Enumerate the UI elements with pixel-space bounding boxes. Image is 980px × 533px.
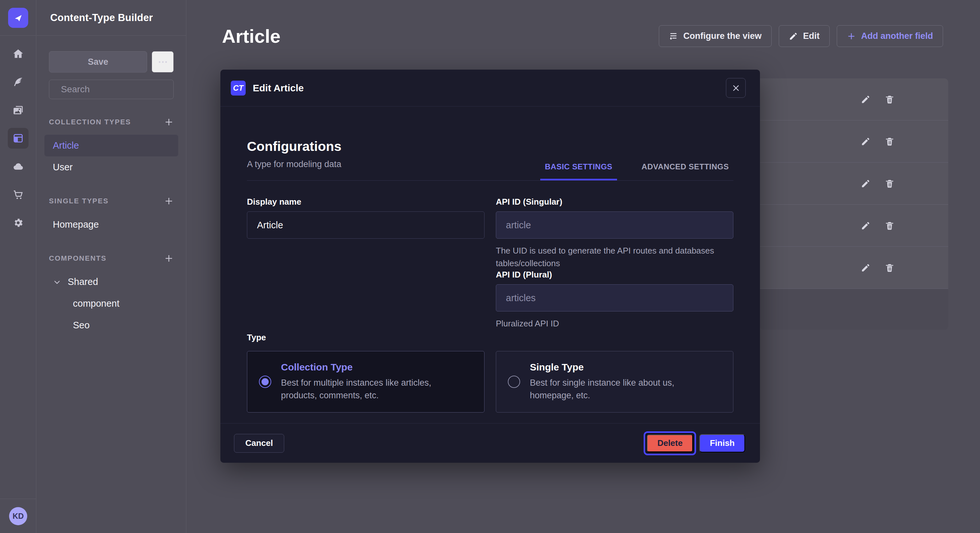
modal-header: CT Edit Article (220, 70, 760, 106)
plus-icon (164, 196, 174, 206)
delete-field-icon[interactable] (885, 263, 894, 273)
configurations-subtitle: A type for modeling data (247, 159, 342, 169)
add-component-button[interactable] (164, 254, 174, 263)
single-type-option[interactable]: Single Type Best for single instance lik… (496, 351, 733, 412)
more-options-button[interactable] (152, 51, 174, 73)
edit-button[interactable]: Edit (779, 25, 830, 47)
field-row (760, 205, 948, 247)
pencil-icon (789, 32, 798, 41)
configure-list-icon (669, 32, 678, 41)
api-id-singular-label: API ID (Singular) (496, 197, 733, 207)
collection-types-heading: COLLECTION TYPES (49, 118, 131, 126)
gear-icon (13, 217, 24, 228)
modal-footer: Cancel Delete Finish (220, 423, 760, 463)
content-type-badge: CT (231, 81, 246, 95)
save-button[interactable]: Save (49, 51, 147, 73)
nav-deploy-cloud[interactable] (8, 156, 29, 177)
plus-icon (847, 32, 856, 41)
nav-home[interactable] (8, 43, 29, 64)
edit-content-type-modal: CT Edit Article Configurations A type fo… (220, 70, 760, 463)
radio-unselected-icon[interactable] (508, 376, 520, 388)
single-type-title: Single Type (530, 362, 711, 373)
display-name-label: Display name (247, 197, 485, 207)
home-icon (13, 48, 24, 59)
rail-bottom: KD (0, 499, 36, 533)
plus-icon (164, 254, 174, 263)
primary-nav-rail: KD (0, 0, 36, 533)
field-row (760, 78, 948, 121)
tab-basic-settings[interactable]: BASIC SETTINGS (540, 162, 617, 180)
strapi-logo-icon (13, 12, 24, 23)
avatar[interactable]: KD (9, 507, 27, 525)
field-row (760, 163, 948, 205)
nav-settings[interactable] (8, 213, 29, 233)
edit-field-icon[interactable] (861, 95, 870, 104)
display-name-input[interactable] (247, 211, 485, 239)
configurations-heading: Configurations (247, 139, 342, 154)
delete-field-icon[interactable] (885, 221, 894, 230)
images-icon (13, 105, 24, 116)
single-types-heading: SINGLE TYPES (49, 197, 108, 205)
edit-field-icon[interactable] (861, 179, 870, 189)
feather-icon (13, 76, 24, 87)
nav-content-type-builder[interactable] (8, 128, 29, 149)
api-id-singular-input[interactable] (496, 211, 733, 239)
add-single-type-button[interactable] (164, 196, 174, 206)
delete-field-icon[interactable] (885, 179, 894, 189)
close-modal-button[interactable] (726, 78, 746, 98)
api-id-plural-input[interactable] (496, 284, 733, 311)
delete-button[interactable]: Delete (647, 435, 693, 452)
chevron-down-icon (53, 278, 61, 286)
app-root: KD Content-Type Builder Save COLLECTION … (0, 0, 980, 533)
cloud-icon (13, 161, 24, 172)
edit-field-icon[interactable] (861, 136, 870, 146)
highlight-ring: Delete (644, 431, 696, 455)
edit-field-icon[interactable] (861, 263, 870, 273)
page-title: Article (222, 25, 281, 47)
collection-type-option[interactable]: Collection Type Best for multiple instan… (247, 351, 485, 412)
cart-icon (13, 189, 24, 200)
sidebar-item-seo[interactable]: Seo (45, 314, 178, 336)
delete-field-icon[interactable] (885, 136, 894, 146)
sidebar-item-user[interactable]: User (45, 156, 178, 178)
sidebar-group-shared[interactable]: Shared (45, 271, 178, 293)
field-row (760, 121, 948, 163)
type-label: Type (247, 333, 733, 343)
field-row (760, 247, 948, 289)
api-id-plural-hint: Pluralized API ID (496, 317, 716, 330)
collection-type-title: Collection Type (281, 362, 463, 373)
edit-field-icon[interactable] (861, 221, 870, 230)
search-input[interactable] (61, 84, 178, 95)
sidebar-title: Content-Type Builder (50, 12, 153, 24)
configure-view-button[interactable]: Configure the view (659, 25, 772, 47)
sidebar-item-component[interactable]: component (45, 293, 178, 314)
nav-media-library[interactable] (8, 100, 29, 121)
sidebar-item-homepage[interactable]: Homepage (45, 214, 178, 235)
logo-cell (0, 0, 36, 36)
radio-selected-icon[interactable] (259, 376, 271, 388)
tab-advanced-settings[interactable]: ADVANCED SETTINGS (637, 162, 733, 180)
sidebar-header: Content-Type Builder (37, 0, 186, 36)
api-id-singular-hint: The UID is used to generate the API rout… (496, 244, 716, 270)
close-icon (732, 84, 740, 92)
fields-table (760, 78, 948, 330)
plugin-sidebar: Content-Type Builder Save COLLECTION TYP… (37, 0, 186, 533)
finish-button[interactable]: Finish (699, 434, 745, 452)
nav-content-manager[interactable] (8, 71, 29, 92)
modal-title: Edit Article (253, 82, 304, 94)
add-another-field-button[interactable]: Add another field (837, 25, 943, 47)
settings-tabs: BASIC SETTINGS ADVANCED SETTINGS (540, 162, 733, 180)
api-id-plural-label: API ID (Plural) (496, 270, 733, 280)
sidebar-group-label: Shared (68, 276, 98, 287)
plus-icon (164, 117, 174, 127)
components-heading: COMPONENTS (49, 254, 107, 263)
add-collection-type-button[interactable] (164, 117, 174, 127)
cancel-button[interactable]: Cancel (234, 434, 284, 453)
strapi-logo[interactable] (8, 8, 28, 28)
sidebar-item-article[interactable]: Article (45, 135, 178, 156)
delete-field-icon[interactable] (885, 95, 894, 104)
collection-type-description: Best for multiple instances like article… (281, 377, 463, 402)
nav-marketplace[interactable] (8, 184, 29, 205)
dots-icon (159, 61, 161, 63)
search-box (49, 80, 174, 99)
